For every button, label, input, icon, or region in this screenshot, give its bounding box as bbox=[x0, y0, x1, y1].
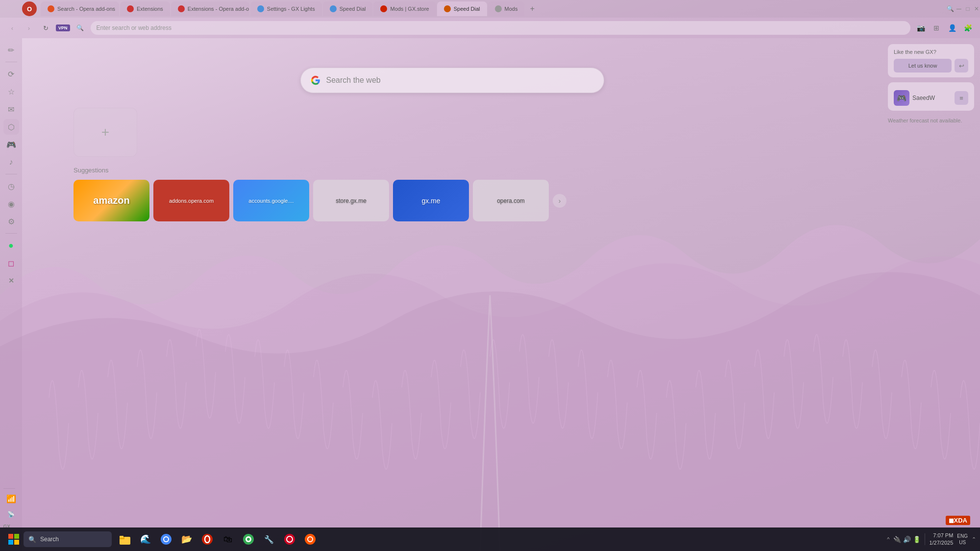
opera-circle-icon bbox=[305, 534, 316, 545]
forward-button[interactable]: › bbox=[23, 22, 35, 34]
xda-watermark: ◼XDA bbox=[946, 516, 970, 524]
region-label: US bbox=[957, 539, 968, 546]
vpn-badge[interactable]: VPN bbox=[56, 24, 70, 31]
xda-logo: ◼XDA bbox=[946, 516, 970, 525]
taskbar-file-explorer[interactable] bbox=[116, 530, 134, 549]
tab-bar: O Search - Opera add-ons Extensions Exte… bbox=[0, 0, 980, 18]
tab-mods-gxstore[interactable]: Mods | GX.store bbox=[373, 1, 436, 16]
sidebar-instagram-icon[interactable]: ◻ bbox=[3, 255, 19, 271]
tab-settings-gx[interactable]: Settings - GX Lights bbox=[250, 1, 322, 16]
sidebar-messages-icon[interactable]: ✉ bbox=[3, 101, 19, 117]
svg-rect-3 bbox=[14, 540, 19, 545]
tab-extensions-addons[interactable]: Extensions - Opera add-o... bbox=[171, 1, 249, 16]
close-button[interactable]: ✕ bbox=[973, 5, 980, 12]
tab-label: Extensions - Opera add-o... bbox=[188, 6, 249, 12]
sidebar-bookmarks-icon[interactable]: ☆ bbox=[3, 84, 19, 99]
feedback-close-button[interactable]: ↩ bbox=[955, 59, 968, 72]
tab-speed-dial-1[interactable]: Speed Dial bbox=[323, 1, 373, 16]
sidebar-paint-icon[interactable]: ✏ bbox=[3, 42, 19, 58]
taskbar-chevron[interactable]: ^ bbox=[887, 536, 889, 542]
user-icon[interactable]: 👤 bbox=[946, 22, 958, 34]
minimize-button[interactable]: ─ bbox=[956, 5, 962, 12]
address-placeholder: Enter search or web address bbox=[97, 24, 172, 31]
gx-feedback-title: Like the new GX? bbox=[894, 49, 968, 55]
suggestion-gxme[interactable]: gx.me bbox=[393, 180, 469, 221]
taskbar-opera-gx[interactable] bbox=[198, 530, 217, 549]
suggestion-opera[interactable]: opera.com bbox=[473, 180, 549, 221]
taskbar-search-bar[interactable]: 🔍 Search bbox=[24, 531, 112, 547]
tab-search-opera-addons[interactable]: Search - Opera add-ons bbox=[41, 1, 119, 16]
search-placeholder: Search the web bbox=[326, 76, 594, 85]
network-icon[interactable]: 🔌 bbox=[893, 536, 901, 543]
taskbar-opera-circle[interactable] bbox=[301, 530, 319, 549]
taskbar-clock[interactable]: 7:07 PM 1/27/2025 bbox=[929, 532, 953, 547]
suggestion-google[interactable]: accounts.google.... bbox=[233, 180, 309, 221]
sidebar-network-icon[interactable]: 📡 bbox=[3, 506, 19, 522]
sidebar-twitter-icon[interactable]: ✕ bbox=[3, 273, 19, 288]
systray: 🔌 🔊 🔋 bbox=[893, 536, 921, 543]
taskbar-edge[interactable]: 🌊 bbox=[136, 530, 155, 549]
tab-label: Mods | GX.store bbox=[390, 6, 429, 12]
tab-speed-dial-active[interactable]: Speed Dial bbox=[437, 1, 487, 16]
speaker-icon[interactable]: 🔊 bbox=[903, 536, 911, 543]
user-row: 🎮 SaeedW ≡ bbox=[894, 90, 968, 106]
windows-logo-icon bbox=[8, 534, 19, 545]
taskbar-folder[interactable]: 📂 bbox=[177, 530, 196, 549]
svg-point-14 bbox=[247, 538, 250, 541]
suggestion-amazon[interactable]: amazon bbox=[74, 180, 149, 221]
add-speed-dial-button[interactable]: + bbox=[74, 108, 137, 157]
suggestions-next-button[interactable]: › bbox=[553, 194, 566, 208]
sidebar-whatsapp-icon[interactable]: ● bbox=[3, 238, 19, 253]
sidebar-timer-icon[interactable]: ◉ bbox=[3, 196, 19, 212]
suggestion-store-label: store.gx.me bbox=[336, 197, 367, 204]
start-button[interactable] bbox=[4, 529, 24, 549]
suggestion-store-gx[interactable]: store.gx.me bbox=[313, 180, 389, 221]
let-us-know-button[interactable]: Let us know bbox=[894, 59, 952, 72]
search-window-icon[interactable]: 🔍 bbox=[947, 5, 954, 12]
suggestion-addons-label: addons.opera.com bbox=[167, 196, 216, 206]
sidebar-player-icon[interactable]: ♪ bbox=[3, 154, 19, 170]
tab-favicon bbox=[380, 5, 387, 12]
taskbar-chrome-yellow[interactable] bbox=[157, 530, 175, 549]
sidebar-games-icon[interactable]: 🎮 bbox=[3, 137, 19, 152]
taskbar-search-label: Search bbox=[40, 536, 59, 543]
navigation-bar: ‹ › ↻ VPN 🔍 Enter search or web address … bbox=[0, 18, 980, 38]
systray-divider bbox=[925, 533, 925, 545]
tab-mods[interactable]: Mods bbox=[488, 1, 525, 16]
sidebar-history-icon[interactable]: ⟳ bbox=[3, 66, 19, 82]
main-content: Search the web + Suggestions amazon bbox=[22, 38, 882, 551]
refresh-button[interactable]: ↻ bbox=[39, 22, 52, 34]
taskbar-opera-red[interactable] bbox=[280, 530, 299, 549]
notification-chevron[interactable]: ⌃ bbox=[972, 536, 976, 543]
window-controls: 🔍 ─ □ ✕ bbox=[947, 5, 980, 12]
sidebar-ai-icon[interactable]: ⬡ bbox=[3, 119, 19, 135]
maximize-button[interactable]: □ bbox=[964, 5, 971, 12]
camera-icon[interactable]: 📷 bbox=[914, 22, 927, 34]
battery-icon[interactable]: 🔋 bbox=[913, 536, 921, 543]
back-button[interactable]: ‹ bbox=[6, 22, 19, 34]
user-menu-button[interactable]: ≡ bbox=[955, 91, 968, 105]
nav-right-icons: 📷 ⊞ 👤 🧩 bbox=[914, 22, 974, 34]
taskbar-store[interactable]: 🛍 bbox=[219, 530, 237, 549]
suggestion-addons[interactable]: addons.opera.com bbox=[153, 180, 229, 221]
sidebar-gear-icon[interactable]: ⚙ bbox=[3, 214, 19, 229]
svg-rect-1 bbox=[14, 534, 19, 539]
suggestion-amazon-label: amazon bbox=[93, 195, 129, 206]
search-nav-icon[interactable]: 🔍 bbox=[74, 22, 87, 34]
sidebar-clock-icon[interactable]: ◷ bbox=[3, 178, 19, 194]
extensions-icon[interactable]: 🧩 bbox=[961, 22, 974, 34]
address-bar[interactable]: Enter search or web address bbox=[91, 21, 910, 35]
search-bar[interactable]: Search the web bbox=[300, 68, 604, 93]
taskbar-tool[interactable]: 🔧 bbox=[260, 530, 278, 549]
taskbar-chrome-green[interactable] bbox=[239, 530, 258, 549]
suggestion-gxme-label: gx.me bbox=[421, 197, 440, 205]
language-indicator[interactable]: ENG US bbox=[957, 533, 968, 546]
sidebar-wifi-icon[interactable]: 📶 bbox=[3, 491, 19, 506]
opera-menu-icon[interactable]: O bbox=[22, 1, 37, 16]
let-us-know-row: Let us know ↩ bbox=[894, 59, 968, 72]
new-tab-button[interactable]: + bbox=[525, 2, 539, 16]
grid-icon[interactable]: ⊞ bbox=[930, 22, 943, 34]
sidebar-divider-1 bbox=[5, 62, 17, 62]
opera-red-icon bbox=[284, 534, 295, 545]
tab-extensions[interactable]: Extensions bbox=[120, 1, 170, 16]
